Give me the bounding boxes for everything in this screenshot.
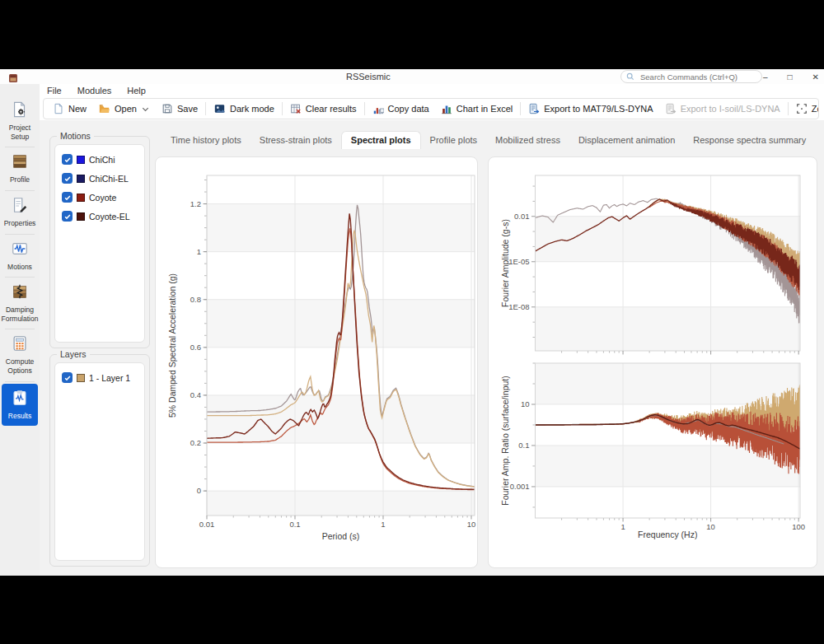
zoom-all-button[interactable]: Zoom all [790,100,819,118]
menu-file[interactable]: File [47,86,62,96]
tab-profile-plots[interactable]: Profile plots [421,132,486,149]
color-swatch [77,194,85,202]
motions-icon [11,240,29,261]
menu-help[interactable]: Help [127,86,146,96]
chart-in-excel-button[interactable]: Chart in Excel [435,100,518,118]
y-tick-label: 10 [521,399,530,408]
toolbar-separator [282,102,283,115]
color-swatch [77,156,85,164]
sidebar-item-motions[interactable]: Motions [0,235,40,278]
navigation-rail: Project SetupProfilePropertiesMotionsDam… [0,84,40,576]
save-icon [162,103,173,114]
export-disabled-icon [665,103,677,114]
toolbar-separator [364,102,365,115]
command-search[interactable] [620,70,762,83]
menu-modules[interactable]: Modules [77,86,112,96]
sidebar-item-results[interactable]: Results [2,384,38,427]
sidebar-item-project-setup[interactable]: Project Setup [0,96,40,147]
chart-excel-icon [441,103,452,114]
tab-time-history-plots[interactable]: Time history plots [162,132,250,149]
checkbox-coyote-el[interactable] [62,211,73,222]
y-tick-label: 0.6 [190,343,201,352]
fourier-charts[interactable]: 0.011E-051E-08Fourier Amplitude (g-s)110… [489,157,817,567]
new-button[interactable]: New [47,100,92,118]
checkbox-chichi-el[interactable] [62,173,73,184]
motions-panel: Motions ChiChiChiChi-ELCoyoteCoyote-EL [49,136,150,348]
close-button[interactable]: ✕ [812,72,819,82]
y-tick-label: 0.01 [514,212,530,221]
y-tick-label: 0 [197,486,201,495]
x-tick-label: 0.01 [199,520,215,529]
y-tick-label: 1 [197,247,201,256]
toolbar-label: Chart in Excel [456,104,513,114]
checkbox-chichi[interactable] [62,154,73,165]
toolbar-label: Clear results [306,104,357,114]
tab-displacement-animation[interactable]: Displacement animation [569,132,684,149]
layers-list: 1 - Layer 1 [54,362,145,561]
item-label: ChiChi-EL [89,174,129,184]
tab-check-convergence[interactable]: Check convergence [815,132,824,149]
export-to-i-soil-ls-dyna-button: Export to I-soil/LS-DYNA [659,100,786,118]
zoom-all-icon [796,103,808,114]
toolbar-label: Copy data [388,104,429,114]
toolbar-row: NewOpenSaveDark modeClear resultsCopy da… [40,97,824,120]
tab-stress-strain-plots[interactable]: Stress-strain plots [250,132,341,149]
list-item-chichi: ChiChi [55,150,144,169]
sidebar-item-damping-formulation[interactable]: Damping Formulation [0,278,40,329]
checkbox-1-layer-1[interactable] [62,372,73,383]
copy-data-icon [372,103,384,114]
y-tick-label: 0.2 [190,438,201,447]
compute-icon [11,334,29,356]
profile-icon [11,152,29,174]
results-tab-strip: Time history plotsStress-strain plotsSpe… [162,130,824,149]
save-button[interactable]: Save [156,100,204,118]
y-tick-label: 0.001 [510,482,530,491]
sidebar-item-compute-options[interactable]: Compute Options [0,329,40,380]
toolbar-separator [788,102,789,115]
toolbar-label: New [68,104,87,114]
clear-results-icon [290,103,302,114]
tab-spectral-plots[interactable]: Spectral plots [341,131,421,149]
sidebar-item-label: Profile [10,175,30,184]
list-item-coyote: Coyote [55,188,144,207]
x-axis-title: Period (s) [322,531,360,541]
x-tick-label: 10 [467,520,476,529]
minimize-button[interactable]: – [763,72,768,82]
sidebar-item-properties[interactable]: Properties [0,191,40,234]
toolbar-label: Export to I-soil/LS-DYNA [681,104,780,114]
search-input[interactable] [639,72,756,82]
y-axis-title: Fourier Amp. Ratio (surface/input) [500,376,510,506]
window-controls: – □ ✕ [763,69,819,84]
open-button[interactable]: Open [92,100,156,118]
sidebar-item-label: Compute Options [1,357,39,375]
checkbox-coyote[interactable] [62,192,73,203]
y-axis-title: Fourier Amplitude (g-s) [500,219,510,307]
layers-panel-title: Layers [57,349,90,359]
toolbar-label: Export to MAT79/LS-DYNA [544,104,653,114]
clear-results-button[interactable]: Clear results [284,100,363,118]
copy-data-button[interactable]: Copy data [367,100,435,118]
tab-response-spectra-summary[interactable]: Response spectra summary [684,132,815,149]
toolbar-label: Zoom all [812,104,819,114]
maximize-button[interactable]: □ [788,72,793,82]
chevron-down-icon[interactable] [141,105,150,114]
main-content: Motions ChiChiChiChi-ELCoyoteCoyote-EL L… [40,120,824,576]
sidebar-item-label: Properties [4,219,36,228]
properties-icon [11,196,29,217]
sidebar-item-profile[interactable]: Profile [0,147,40,190]
tab-mobilized-stress[interactable]: Mobilized stress [486,132,569,149]
x-tick-label: 0.1 [289,520,300,529]
title-bar: RSSeismic – □ ✕ [0,69,824,84]
list-item-chichi-el: ChiChi-EL [55,169,144,188]
app-logo-icon [8,72,18,82]
sidebar-item-label: Motions [7,263,32,272]
list-item-1-layer-1: 1 - Layer 1 [55,368,144,387]
export-icon [528,103,540,114]
export-to-mat79-ls-dyna-button[interactable]: Export to MAT79/LS-DYNA [522,100,658,118]
color-swatch [77,374,85,382]
motions-panel-title: Motions [57,131,94,141]
new-doc-icon [53,103,64,114]
item-label: Coyote [89,193,116,203]
dark-mode-button[interactable]: Dark mode [208,100,280,118]
spectral-acceleration-chart[interactable]: 0.010.111000.20.40.60.811.2Period (s)5% … [156,157,477,567]
